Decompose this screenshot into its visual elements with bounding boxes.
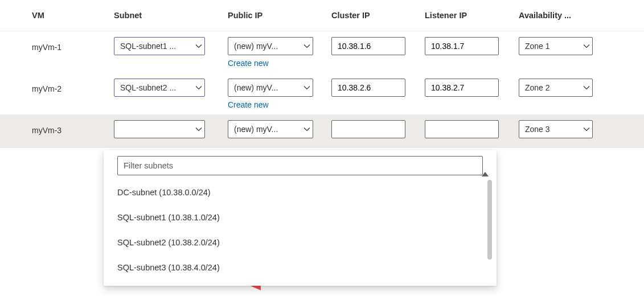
subnet-select-value: SQL-subnet2 ... <box>120 83 192 92</box>
create-new-link[interactable]: Create new <box>228 97 269 109</box>
chevron-down-icon <box>583 43 590 50</box>
vm-name-label: myVm-3 <box>0 120 114 135</box>
col-header-vm: VM <box>0 0 114 31</box>
public-ip-select-value: (new) myV... <box>234 83 300 92</box>
create-new-link[interactable]: Create new <box>228 55 269 68</box>
chevron-down-icon <box>583 84 590 91</box>
vm-config-table: VM Subnet Public IP Cluster IP Listener … <box>0 0 644 148</box>
col-header-listener-ip: Listener IP <box>425 0 519 31</box>
subnet-select[interactable]: SQL-subnet2 ... <box>114 79 205 97</box>
table-row: myVm-1 SQL-subnet1 ... (new) myV... Crea… <box>0 31 644 73</box>
availability-select-value: Zone 3 <box>525 125 580 134</box>
vm-name-label: myVm-2 <box>0 79 114 93</box>
availability-select[interactable]: Zone 2 <box>519 79 593 97</box>
col-header-public-ip: Public IP <box>228 0 331 31</box>
cluster-ip-input[interactable] <box>331 120 405 138</box>
cluster-ip-input[interactable] <box>331 37 405 55</box>
chevron-down-icon <box>303 84 310 91</box>
table-header-row: VM Subnet Public IP Cluster IP Listener … <box>0 0 644 31</box>
subnet-select-value: SQL-subnet1 ... <box>120 42 192 51</box>
availability-select[interactable]: Zone 1 <box>519 37 593 55</box>
table-row: myVm-2 SQL-subnet2 ... (new) myV... Crea… <box>0 73 644 114</box>
chevron-down-icon <box>195 84 202 91</box>
public-ip-select[interactable]: (new) myV... <box>228 37 313 55</box>
subnet-select[interactable] <box>114 120 205 138</box>
public-ip-select[interactable]: (new) myV... <box>228 79 313 97</box>
col-header-cluster-ip: Cluster IP <box>331 0 425 31</box>
chevron-down-icon <box>303 43 310 50</box>
availability-select-value: Zone 1 <box>525 42 580 51</box>
public-ip-select[interactable]: (new) myV... <box>228 120 313 138</box>
listener-ip-input[interactable] <box>425 37 499 55</box>
chevron-down-icon <box>195 126 202 133</box>
public-ip-select-value: (new) myV... <box>234 42 300 51</box>
listener-ip-input[interactable] <box>425 120 499 138</box>
subnet-select[interactable]: SQL-subnet1 ... <box>114 37 205 55</box>
table-row: myVm-3 (new) myV... Zone 3 <box>0 114 644 148</box>
chevron-down-icon <box>303 126 310 133</box>
availability-select[interactable]: Zone 3 <box>519 120 593 138</box>
col-header-subnet: Subnet <box>114 0 228 31</box>
availability-select-value: Zone 2 <box>525 83 580 92</box>
cluster-ip-input[interactable] <box>331 79 405 97</box>
listener-ip-input[interactable] <box>425 79 499 97</box>
chevron-down-icon <box>195 43 202 50</box>
public-ip-select-value: (new) myV... <box>234 125 300 134</box>
vm-name-label: myVm-1 <box>0 37 114 52</box>
chevron-down-icon <box>583 126 590 133</box>
col-header-availability: Availability ... <box>519 0 644 31</box>
